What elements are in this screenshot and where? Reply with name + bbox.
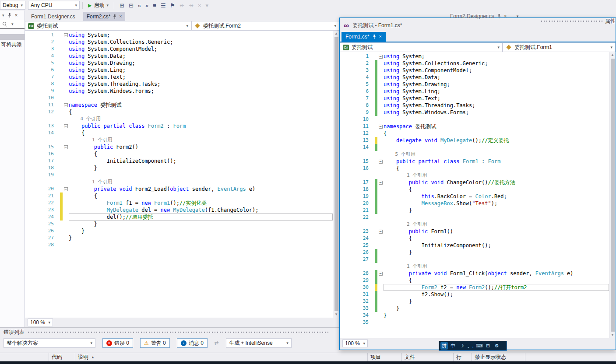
collapse-region-icon[interactable]: − xyxy=(377,228,384,235)
code-line-17[interactable]: 17 InitializeComponent(); xyxy=(25,158,333,164)
scrollbar-thumb[interactable] xyxy=(611,59,615,332)
project-dropdown[interactable]: C# 委托测试 ▾ xyxy=(340,42,503,52)
breakpoint-margin[interactable] xyxy=(25,178,42,186)
code-line-10[interactable]: 10 xyxy=(340,116,609,123)
close-icon[interactable]: × xyxy=(119,14,122,19)
chinese-english-mode-icon[interactable]: 中 xyxy=(449,342,457,350)
breakpoint-margin[interactable] xyxy=(25,80,42,88)
column-header-5[interactable]: 行 xyxy=(454,353,472,361)
code-line-9[interactable]: 9using System.Windows.Forms; xyxy=(340,109,609,116)
code-line-8[interactable]: 8using System.Threading.Tasks; xyxy=(25,80,333,88)
code-line-4[interactable]: 4using System.Data; xyxy=(340,74,609,81)
pin-icon[interactable] xyxy=(113,14,116,19)
tab-form2-cs[interactable]: Form2.cs* × xyxy=(83,12,126,21)
ime-logo-icon[interactable]: 拼 xyxy=(440,342,448,350)
breakpoint-margin[interactable] xyxy=(25,88,42,94)
breakpoint-margin[interactable] xyxy=(25,94,42,102)
breakpoint-margin[interactable] xyxy=(25,108,42,116)
codelens-row[interactable]: 1 个引用 xyxy=(25,136,333,144)
collapse-region-icon[interactable]: − xyxy=(377,53,384,60)
breakpoint-margin[interactable] xyxy=(25,116,42,122)
collapse-region-icon[interactable]: − xyxy=(63,144,69,150)
breakpoint-margin[interactable] xyxy=(340,165,357,172)
code-line-16[interactable]: 16 { xyxy=(340,165,609,172)
code-line-20[interactable]: 20 MessageBox.Show("Test"); xyxy=(340,200,609,207)
code-line-14[interactable]: 14 { xyxy=(25,130,333,136)
tab-form1-cs[interactable]: Form1.cs* × xyxy=(341,32,386,42)
breakpoint-margin[interactable] xyxy=(25,206,42,214)
indent-decrease-icon[interactable]: « xyxy=(138,3,141,8)
code-line-6[interactable]: 6using System.Linq; xyxy=(25,66,333,74)
code-line-12[interactable]: 12{ xyxy=(340,130,609,137)
code-line-5[interactable]: 5using System.Drawing; xyxy=(340,81,609,88)
project-dropdown[interactable]: C# 委托测试 ▾ xyxy=(25,21,191,31)
breakpoint-margin[interactable] xyxy=(340,249,357,256)
code-line-24[interactable]: 24 del();//凋用委托 xyxy=(25,214,333,220)
soft-keyboard-icon[interactable]: ⌨ xyxy=(475,342,483,350)
collapse-region-icon[interactable]: − xyxy=(63,122,69,130)
breakpoint-margin[interactable] xyxy=(25,192,42,200)
breakpoint-margin[interactable] xyxy=(340,193,357,200)
refresh-icon[interactable]: ⇄ xyxy=(215,340,219,346)
code-line-29[interactable]: 29 { xyxy=(340,277,609,284)
breakpoint-margin[interactable] xyxy=(340,200,357,207)
column-header-2[interactable]: 说明▲ xyxy=(75,353,368,361)
code-line-23[interactable]: 23− public Form1() xyxy=(340,228,609,235)
breakpoint-margin[interactable] xyxy=(25,242,42,248)
breakpoint-margin[interactable] xyxy=(340,242,357,249)
previous-bookmark-icon[interactable]: ↞ xyxy=(180,3,184,8)
breakpoint-margin[interactable] xyxy=(340,109,357,116)
breakpoint-margin[interactable] xyxy=(340,263,357,270)
code-line-28[interactable]: 28 xyxy=(25,242,333,248)
collapse-region-icon[interactable]: − xyxy=(63,102,69,108)
breakpoint-margin[interactable] xyxy=(25,144,42,150)
scroll-up-icon[interactable]: ▲ xyxy=(611,52,614,58)
breakpoint-margin[interactable] xyxy=(340,256,357,263)
code-line-21[interactable]: 21 { xyxy=(25,192,333,200)
breakpoint-margin[interactable] xyxy=(340,60,357,67)
breakpoint-margin[interactable] xyxy=(340,151,357,158)
code-line-35[interactable]: 35 xyxy=(340,319,609,326)
breakpoint-margin[interactable] xyxy=(25,214,42,220)
breakpoint-margin[interactable] xyxy=(25,220,42,228)
code-editor-form1[interactable]: 1−using System;2using System.Collections… xyxy=(340,52,616,338)
code-line-23[interactable]: 23 MyDelegate del = new MyDelegate(f1.Ch… xyxy=(25,206,333,214)
solution-platform-combo[interactable]: Any CPU ▾ xyxy=(28,1,80,10)
next-bookmark-icon[interactable]: ↠ xyxy=(189,3,194,8)
code-line-26[interactable]: 26 } xyxy=(340,249,609,256)
code-line-13[interactable]: 13− public partial class Form2 : Form xyxy=(25,122,333,130)
vertical-scrollbar[interactable]: ▲ ▼ xyxy=(609,52,616,338)
code-line-19[interactable]: 19 xyxy=(25,172,333,178)
breakpoint-margin[interactable] xyxy=(340,144,357,151)
collapse-region-icon[interactable]: − xyxy=(377,123,384,130)
pin-icon[interactable] xyxy=(497,14,501,18)
breakpoint-margin[interactable] xyxy=(25,228,42,234)
code-line-25[interactable]: 25 } xyxy=(25,220,333,228)
breakpoint-margin[interactable] xyxy=(25,38,42,46)
warnings-filter-button[interactable]: ⚠ 警告 0 xyxy=(140,338,170,348)
breakpoint-margin[interactable] xyxy=(340,298,357,305)
breakpoint-margin[interactable] xyxy=(25,46,42,52)
collapse-region-icon[interactable]: − xyxy=(63,186,69,192)
code-line-17[interactable]: 17− public void ChangeColor()//委托方法 xyxy=(340,179,609,186)
code-line-4[interactable]: 4using System.Data; xyxy=(25,52,333,60)
breakpoint-margin[interactable] xyxy=(25,172,42,178)
breakpoint-margin[interactable] xyxy=(340,130,357,137)
source-filter-combo[interactable]: 生成 + IntelliSense ▾ xyxy=(226,338,292,348)
tab-form2-designer-background[interactable]: Form2.Designer.cs × ▾ xyxy=(450,12,518,21)
breakpoint-margin[interactable] xyxy=(340,137,357,144)
start-debugging-button[interactable]: ▶ 启动 ▾ xyxy=(85,1,111,10)
breakpoint-margin[interactable] xyxy=(25,130,42,136)
solution-configuration-combo[interactable]: Debug ▾ xyxy=(0,1,25,10)
chevron-down-icon[interactable]: ▾ xyxy=(517,14,519,18)
code-line-8[interactable]: 8using System.Threading.Tasks; xyxy=(340,102,609,109)
breakpoint-margin[interactable] xyxy=(340,102,357,109)
breakpoint-margin[interactable] xyxy=(340,270,357,277)
code-line-3[interactable]: 3using System.ComponentModel; xyxy=(25,46,333,52)
collapse-region-icon[interactable]: − xyxy=(63,32,69,38)
code-line-31[interactable]: 31 f2.Show(); xyxy=(340,291,609,298)
code-line-15[interactable]: 15− public Form2() xyxy=(25,144,333,150)
breakpoint-margin[interactable] xyxy=(340,319,357,326)
breakpoint-margin[interactable] xyxy=(340,179,357,186)
panel-search-box[interactable]: ▾ xyxy=(0,20,25,29)
